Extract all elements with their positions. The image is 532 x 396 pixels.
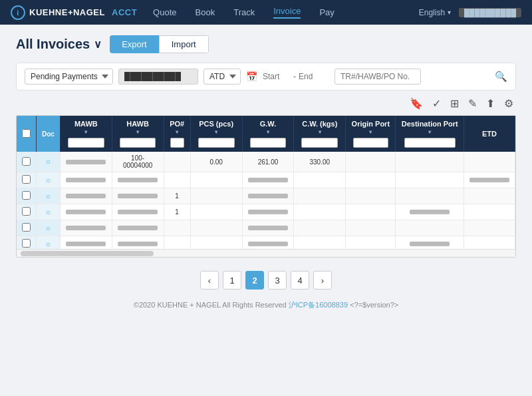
language-selector[interactable]: English ▾ (419, 8, 451, 17)
bookmark-icon[interactable]: 🔖 (410, 97, 423, 110)
chevron-down-icon[interactable]: ∨ (94, 38, 102, 51)
sort-icon[interactable]: ▾ (428, 129, 431, 135)
page-title: All Invoices ∨ (16, 37, 102, 52)
tab-import[interactable]: Import (159, 35, 209, 53)
hawb-cell: 100-00004000 (112, 152, 164, 172)
col-origin-header: Origin Port ▾ (346, 116, 396, 152)
nav-invoice[interactable]: Invoice (273, 6, 301, 19)
table-row: ○ (17, 172, 515, 188)
scrollbar-area[interactable] (17, 249, 515, 257)
row-checkbox[interactable] (22, 191, 31, 200)
po-cell (164, 152, 190, 172)
etd-cell (464, 236, 515, 250)
doc-cell[interactable]: ○ (37, 204, 61, 220)
hawb-cell (112, 220, 164, 236)
row-checkbox-cell[interactable] (17, 220, 37, 236)
doc-cell[interactable]: ○ (37, 220, 61, 236)
doc-cell[interactable]: ○ (37, 236, 61, 250)
col-pcs-label: PCS (pcs) (199, 120, 233, 128)
page-3-button[interactable]: 3 (268, 271, 287, 290)
row-checkbox[interactable] (22, 207, 31, 216)
dest-cell (396, 172, 464, 188)
doc-cell[interactable]: ○ (37, 152, 61, 172)
row-checkbox-cell[interactable] (17, 236, 37, 250)
row-checkbox-cell[interactable] (17, 204, 37, 220)
row-checkbox[interactable] (22, 175, 31, 184)
row-checkbox-cell[interactable] (17, 188, 37, 204)
row-checkbox-cell[interactable] (17, 172, 37, 188)
main-nav: Quote Book Track Invoice Pay (153, 6, 419, 19)
page-2-button[interactable]: 2 (245, 271, 264, 290)
po-cell: 1 (164, 188, 190, 204)
col-checkbox-header[interactable] (17, 116, 37, 152)
logo: i KUEHNE+NAGEL ACCT (11, 5, 137, 20)
dest-cell (396, 188, 464, 204)
po-filter[interactable] (170, 138, 184, 148)
table-body: ○100-000040000.00261.00330.00○○1○1○○○1○ (17, 152, 515, 249)
dest-filter[interactable] (404, 138, 456, 148)
edit-icon[interactable]: ✎ (468, 97, 477, 110)
row-checkbox[interactable] (22, 239, 31, 248)
calendar-icon[interactable]: 📅 (246, 71, 257, 82)
pagination: ‹ 1 2 3 4 › (16, 264, 516, 295)
col-etd-header: ETD (464, 116, 515, 152)
nav-book[interactable]: Book (196, 7, 215, 17)
search-input[interactable] (334, 69, 421, 85)
date-range: - (263, 72, 327, 81)
row-checkbox-cell[interactable] (17, 152, 37, 172)
date-end-input[interactable] (299, 72, 327, 81)
prev-page-button[interactable]: ‹ (200, 271, 219, 290)
table-scroll-area[interactable]: Doc MAWB ▾ HAWB (17, 116, 515, 249)
gw-cell (242, 220, 294, 236)
hawb-filter[interactable] (120, 138, 156, 148)
pcs-cell (190, 188, 242, 204)
upload-icon[interactable]: ⬆ (486, 97, 495, 110)
gw-cell: 261.00 (242, 152, 294, 172)
nav-quote[interactable]: Quote (153, 7, 176, 17)
sort-icon[interactable]: ▾ (267, 129, 269, 135)
icp-link[interactable]: 沪ICP备16008839 (289, 301, 348, 309)
table-row: ○1 (17, 204, 515, 220)
sort-icon[interactable]: ▾ (84, 129, 87, 135)
doc-cell[interactable]: ○ (37, 172, 61, 188)
col-dest-label: Destination Port (402, 120, 458, 128)
check-icon[interactable]: ✓ (432, 97, 441, 110)
sort-icon[interactable]: ▾ (136, 129, 139, 135)
row-checkbox[interactable] (22, 223, 31, 232)
sort-icon[interactable]: ▾ (319, 129, 321, 135)
secondary-filter[interactable] (118, 69, 198, 85)
etd-cell (464, 172, 515, 188)
cw-cell (294, 188, 346, 204)
pcs-filter[interactable] (198, 138, 235, 148)
logo-text: KUEHNE+NAGEL (29, 7, 105, 17)
select-all-checkbox[interactable] (22, 129, 31, 138)
mawb-filter[interactable] (68, 138, 104, 148)
col-etd-label: ETD (482, 130, 497, 138)
nav-pay[interactable]: Pay (319, 7, 334, 17)
status-filter[interactable]: Pending Payments (25, 69, 113, 85)
date-type-filter[interactable]: ATD (203, 69, 241, 85)
sort-icon[interactable]: ▾ (215, 129, 217, 135)
settings-icon[interactable]: ⚙ (504, 97, 513, 110)
hawb-cell (112, 236, 164, 250)
col-po-header: PO# ▾ (164, 116, 190, 152)
page-1-button[interactable]: 1 (223, 271, 241, 290)
origin-filter[interactable] (353, 138, 388, 148)
tab-export[interactable]: Export (110, 35, 159, 53)
row-checkbox[interactable] (22, 157, 31, 166)
sort-icon[interactable]: ▾ (369, 129, 372, 135)
grid-icon[interactable]: ⊞ (450, 97, 459, 110)
col-doc-label: Doc (42, 130, 55, 138)
gw-filter[interactable] (250, 138, 287, 148)
doc-cell[interactable]: ○ (37, 188, 61, 204)
page-4-button[interactable]: 4 (291, 271, 309, 290)
date-start-input[interactable] (263, 72, 291, 81)
cw-filter[interactable] (301, 138, 338, 148)
sort-icon[interactable]: ▾ (176, 129, 178, 135)
col-gw-label: G.W. (260, 120, 276, 128)
nav-track[interactable]: Track (233, 7, 255, 17)
dest-cell (396, 220, 464, 236)
next-page-button[interactable]: › (313, 271, 332, 290)
search-button[interactable]: 🔍 (495, 71, 507, 83)
main-header: i KUEHNE+NAGEL ACCT Quote Book Track Inv… (0, 0, 532, 25)
